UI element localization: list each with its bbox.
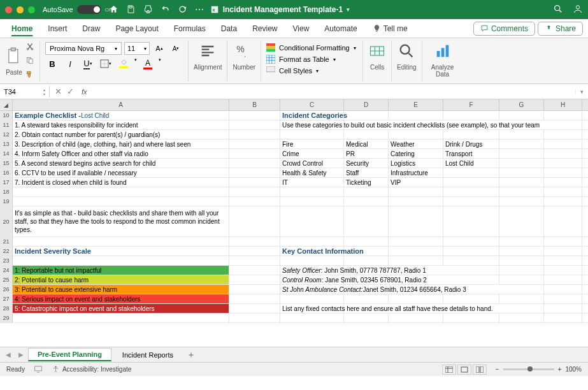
cells-icon[interactable]: [368, 42, 386, 61]
search-icon[interactable]: [545, 8, 563, 15]
prev-sheet-icon[interactable]: ◀: [3, 351, 14, 358]
cell[interactable]: Example Checklist - Lost Child: [13, 111, 229, 120]
col-header-d[interactable]: D: [344, 99, 389, 110]
save-icon[interactable]: [126, 4, 136, 15]
group-alignment: Alignment: [189, 41, 227, 81]
spreadsheet-grid[interactable]: ◢ A B C D E F G H 10 Example Checklist -…: [0, 99, 588, 347]
next-sheet-icon[interactable]: ▶: [15, 351, 27, 358]
decrease-font-icon[interactable]: A▾: [169, 42, 183, 55]
tab-automate[interactable]: Automate: [318, 21, 363, 36]
fx-label[interactable]: fx: [79, 88, 90, 96]
alignment-icon[interactable]: [199, 42, 217, 61]
col-header-h[interactable]: H: [544, 99, 582, 110]
conditional-formatting-button[interactable]: Conditional Formatting▾: [266, 42, 357, 54]
tab-home[interactable]: Home: [5, 21, 39, 36]
fill-color-button[interactable]: [117, 57, 131, 70]
svg-rect-22: [445, 45, 448, 57]
add-sheet-button[interactable]: ＋: [184, 349, 198, 361]
account-icon[interactable]: [565, 8, 583, 15]
col-header-g[interactable]: G: [499, 99, 544, 110]
cell[interactable]: [229, 111, 280, 120]
comments-button[interactable]: Comments: [473, 22, 535, 36]
cell[interactable]: Use these categories to build out basic …: [280, 120, 344, 129]
cell[interactable]: Incident Categories: [280, 111, 344, 120]
tab-tell-me[interactable]: Tell me: [366, 21, 414, 36]
tab-data[interactable]: Data: [215, 21, 243, 36]
autosave-toggle[interactable]: AutoSave OFF: [43, 5, 101, 14]
paste-icon[interactable]: [5, 47, 23, 66]
more-icon[interactable]: ⋯: [195, 4, 204, 15]
accessibility-status[interactable]: Accessibility: Investigate: [52, 365, 131, 373]
share-button[interactable]: Share: [538, 22, 583, 36]
font-color-button[interactable]: A: [141, 57, 155, 70]
print-icon[interactable]: [143, 4, 153, 15]
row-header[interactable]: 10: [0, 111, 13, 120]
formula-bar: T34▴▾ ✕ ✓ fx ▾: [0, 84, 588, 99]
cell-styles-button[interactable]: Cell Styles▾: [266, 65, 357, 76]
col-header-b[interactable]: B: [229, 99, 280, 110]
font-name-select[interactable]: Proxima Nova Rg▾: [45, 42, 122, 55]
close-window[interactable]: [5, 6, 12, 13]
svg-point-2: [555, 6, 560, 11]
zoom-level[interactable]: 100%: [565, 366, 582, 373]
sheet-tab-incident-reports[interactable]: Incident Reports: [113, 349, 183, 361]
col-header-a[interactable]: A: [13, 99, 229, 110]
chevron-down-icon[interactable]: ▾: [347, 6, 350, 13]
font-size-select[interactable]: 11▾: [124, 42, 150, 55]
maximize-window[interactable]: [28, 6, 35, 13]
svg-point-19: [401, 45, 410, 54]
page-layout-view-button[interactable]: [457, 365, 471, 375]
svg-rect-17: [266, 66, 275, 72]
italic-button[interactable]: I: [63, 57, 77, 70]
undo-icon[interactable]: [161, 4, 170, 15]
increase-font-icon[interactable]: A▴: [152, 42, 166, 55]
svg-rect-13: [266, 43, 275, 46]
bold-button[interactable]: B: [45, 57, 59, 70]
tab-formulas[interactable]: Formulas: [168, 21, 212, 36]
formula-expand-icon[interactable]: ▾: [575, 89, 588, 95]
col-header-e[interactable]: E: [389, 99, 443, 110]
display-settings-icon[interactable]: [34, 365, 43, 375]
tab-draw[interactable]: Draw: [76, 21, 106, 36]
tab-insert[interactable]: Insert: [41, 21, 73, 36]
group-clipboard: Paste: [0, 41, 40, 81]
zoom-out-button[interactable]: −: [496, 366, 499, 373]
excel-file-icon: x: [210, 5, 219, 14]
svg-text:%: %: [237, 44, 245, 54]
editing-icon[interactable]: [398, 42, 415, 61]
sheet-tab-pre-event[interactable]: Pre-Event Planning: [28, 348, 111, 361]
svg-rect-25: [445, 366, 453, 373]
group-styles: Conditional Formatting▾ Format as Table▾…: [261, 41, 363, 81]
col-header-c[interactable]: C: [280, 99, 344, 110]
confirm-edit-icon[interactable]: ✓: [67, 87, 74, 96]
col-header-f[interactable]: F: [443, 99, 499, 110]
underline-button[interactable]: U ▾: [81, 57, 95, 70]
tab-view[interactable]: View: [287, 21, 316, 36]
svg-rect-14: [266, 46, 275, 48]
number-format-icon[interactable]: %,: [235, 42, 253, 61]
tab-page-layout[interactable]: Page Layout: [109, 21, 164, 36]
cut-icon[interactable]: [25, 42, 34, 52]
page-break-view-button[interactable]: [473, 365, 487, 375]
borders-button[interactable]: ▾: [99, 57, 113, 70]
refresh-icon[interactable]: [178, 4, 187, 15]
analyze-data-icon[interactable]: [434, 42, 452, 61]
format-as-table-button[interactable]: Format as Table▾: [266, 54, 357, 65]
zoom-slider[interactable]: [503, 368, 554, 370]
group-editing: Editing: [392, 41, 422, 81]
name-box[interactable]: T34▴▾: [0, 86, 50, 98]
normal-view-button[interactable]: [442, 365, 456, 375]
zoom-in-button[interactable]: +: [558, 366, 562, 373]
tab-review[interactable]: Review: [246, 21, 283, 36]
copy-icon[interactable]: [25, 56, 34, 66]
format-painter-icon[interactable]: [25, 70, 34, 80]
cell[interactable]: 1. A steward takes responsibility for in…: [13, 120, 229, 129]
svg-rect-4: [9, 49, 18, 62]
home-icon[interactable]: [109, 4, 118, 15]
svg-rect-16: [266, 55, 275, 64]
svg-rect-15: [266, 49, 275, 52]
minimize-window[interactable]: [17, 6, 24, 13]
document-title[interactable]: x Incident Management Template-1 ▾: [210, 5, 350, 14]
select-all-corner[interactable]: ◢: [0, 99, 13, 110]
cancel-edit-icon[interactable]: ✕: [55, 87, 62, 96]
